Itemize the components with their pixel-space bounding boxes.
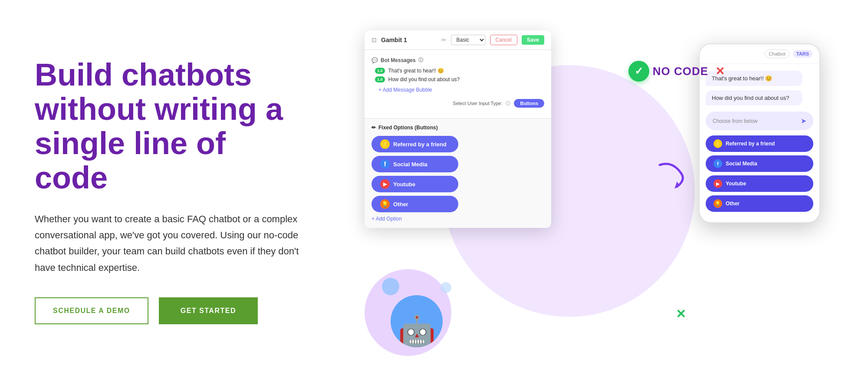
- main-headline: Build chatbots without writing a single …: [35, 58, 304, 195]
- left-section: Build chatbots without writing a single …: [35, 58, 330, 324]
- mobile-youtube-icon: ▶: [713, 179, 722, 188]
- mobile-friend-icon: 🌟: [713, 139, 722, 148]
- arrow-element: [655, 156, 690, 193]
- bot-message-row-1: 1.0 That's great to hear!! 😊: [372, 68, 544, 74]
- other-icon: 💡: [380, 199, 390, 209]
- mobile-youtube-label: Youtube: [726, 181, 746, 187]
- info-icon: ⓘ: [418, 57, 423, 63]
- description-text: Whether you want to create a basic FAQ c…: [35, 211, 304, 276]
- mobile-friend-label: Referred by a friend: [726, 141, 775, 147]
- builder-header: ⊡ Gambit 1 ✏ Basic Cancel Save: [365, 30, 551, 50]
- no-code-text: NO CODE: [653, 65, 708, 78]
- get-started-button[interactable]: GET STARTED: [159, 297, 258, 324]
- schedule-demo-button[interactable]: SCHEDULE A DEMO: [35, 297, 148, 324]
- pencil-icon: ✏: [372, 125, 376, 131]
- option-label-friend: Referred by a friend: [393, 141, 447, 148]
- add-option-button[interactable]: + Add Option: [372, 216, 544, 222]
- mobile-option-social[interactable]: f Social Media: [706, 155, 813, 172]
- chatbot-label: Chatbot: [765, 49, 789, 58]
- option-label-social: Social Media: [393, 161, 427, 168]
- friend-icon: 🌟: [380, 139, 390, 149]
- mobile-option-friend[interactable]: 🌟 Referred by a friend: [706, 135, 813, 152]
- tars-label: TARS: [793, 50, 812, 58]
- buttons-badge[interactable]: Buttons: [514, 99, 544, 108]
- mobile-option-youtube[interactable]: ▶ Youtube: [706, 175, 813, 192]
- bot-messages-label: 💬 Bot Messages ⓘ: [372, 57, 544, 63]
- mascot: 🤖: [382, 278, 451, 347]
- builder-panel: ⊡ Gambit 1 ✏ Basic Cancel Save 💬 Bot Mes…: [365, 30, 551, 228]
- mascot-body: 🤖: [391, 295, 443, 347]
- input-placeholder-text: Choose from below: [713, 118, 757, 124]
- builder-save-button[interactable]: Save: [522, 35, 544, 45]
- add-bubble-button[interactable]: + Add Message Bubble: [375, 85, 544, 95]
- builder-body: 💬 Bot Messages ⓘ 1.0 That's great to hea…: [365, 50, 551, 118]
- select-input-label: Select User Input Type:: [453, 101, 502, 106]
- mobile-body: That's great to hear!! 😊 How did you fin…: [700, 64, 819, 222]
- deco-x-green-2: ✕: [676, 307, 686, 321]
- select-input-row: Select User Input Type: ⓘ Buttons: [372, 99, 544, 108]
- x-mark-red: ✕: [715, 65, 725, 78]
- no-code-badge: ✓ NO CODE ✕: [628, 61, 725, 82]
- mobile-other-label: Other: [726, 201, 740, 207]
- right-section: ✕ ✕ ✕ ⊡ Gambit 1 ✏ Basic Cancel Save 💬 B…: [330, 0, 833, 382]
- mobile-option-other[interactable]: 💡 Other: [706, 195, 813, 212]
- option-label-youtube: Youtube: [393, 181, 415, 188]
- option-btn-social[interactable]: f Social Media: [372, 156, 458, 172]
- send-icon: ➤: [801, 117, 806, 125]
- cta-buttons: SCHEDULE A DEMO GET STARTED: [35, 297, 304, 324]
- bot-message-text-1: That's great to hear!! 😊: [388, 68, 444, 74]
- bot-message-text-2: How did you find out about us?: [388, 76, 460, 82]
- option-btn-other[interactable]: 💡 Other: [372, 196, 458, 212]
- mobile-msg-2: How did you find out about us?: [706, 90, 802, 105]
- builder-title: Gambit 1: [381, 36, 437, 43]
- fixed-options-header: ✏ Fixed Options (Buttons): [372, 125, 544, 131]
- social-icon: f: [380, 159, 390, 169]
- select-input-info: ⓘ: [506, 100, 510, 107]
- option-label-other: Other: [393, 201, 408, 207]
- version-badge-1: 1.0: [375, 68, 385, 74]
- builder-cancel-button[interactable]: Cancel: [490, 35, 517, 45]
- mascot-deco-2: [441, 282, 451, 293]
- option-btn-youtube[interactable]: ▶ Youtube: [372, 176, 458, 192]
- mobile-input-area[interactable]: Choose from below ➤: [706, 112, 813, 130]
- mobile-other-icon: 💡: [713, 199, 722, 208]
- mascot-deco-1: [382, 278, 399, 295]
- chat-icon: 💬: [372, 57, 378, 63]
- bot-message-row-2: 1.0 How did you find out about us?: [372, 76, 544, 82]
- check-circle: ✓: [628, 61, 649, 82]
- purple-arrow-svg: [655, 156, 690, 191]
- version-badge-2: 1.0: [375, 76, 385, 82]
- mobile-social-icon: f: [713, 159, 722, 168]
- mobile-social-label: Social Media: [726, 161, 757, 167]
- youtube-icon: ▶: [380, 179, 390, 189]
- builder-icon: ⊡: [372, 36, 377, 43]
- option-btn-friend[interactable]: 🌟 Referred by a friend: [372, 136, 458, 152]
- fixed-options-section: ✏ Fixed Options (Buttons) 🌟 Referred by …: [365, 118, 551, 228]
- edit-icon[interactable]: ✏: [441, 36, 447, 43]
- builder-dropdown[interactable]: Basic: [451, 35, 486, 45]
